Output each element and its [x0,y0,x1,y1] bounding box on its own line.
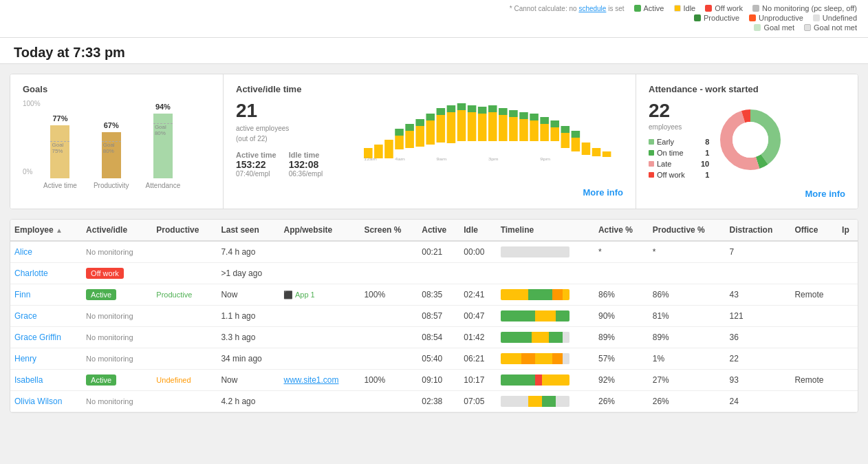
svg-rect-13 [447,112,456,143]
legend-row-3: Goal met Goal not met [754,23,857,32]
cell-active-pct: 26% [594,391,649,412]
cell-ip [838,241,858,263]
cell-office [790,241,838,263]
active-idle-more-row: More info [236,182,623,198]
cell-active-time: 02:38 [417,391,459,412]
schedule-link[interactable]: schedule [578,5,606,12]
cell-employee: Charlotte [10,263,82,284]
cell-last-seen: Now [217,284,279,306]
timeline-segment [501,396,528,407]
col-active: Active [417,220,459,241]
goal-not-met-dot [804,24,811,31]
cell-productive [152,263,217,284]
active-idle-more-info[interactable]: More info [583,187,624,198]
cell-app: ⬛ App 1 [279,284,360,306]
cell-ip [838,284,858,306]
employee-link[interactable]: Olivia Wilson [14,397,62,406]
bar-pct-active: 77% [52,114,67,123]
svg-rect-36 [561,126,570,133]
timeline-segment [521,353,535,364]
col-productive-pct: Productive % [649,220,726,241]
table-row: Olivia WilsonNo monitoring4.2 h ago02:38… [10,391,858,412]
cell-idle-time: 00:00 [459,241,496,263]
cell-productive [152,306,217,327]
cell-active-time: 09:10 [417,370,459,391]
off-work-dot [705,5,712,12]
table-section: Employee ▲ Active/idle Productive Last s… [10,219,858,413]
svg-rect-6 [405,124,414,131]
app-link[interactable]: ⬛ App 1 [283,291,314,299]
cell-office [790,327,838,348]
active-time-label: Active time [236,151,276,159]
svg-rect-33 [550,127,559,141]
employee-link[interactable]: Finn [14,290,30,299]
productive-dot [694,14,701,21]
cell-idle-time: 02:41 [459,284,496,306]
employee-link[interactable]: Charlotte [14,268,48,278]
bar-active-time: 77% Goal 75% Active time [43,109,77,189]
cell-distraction: 7 [726,241,791,263]
bar-productivity: 67% Goal 80% Productivity [94,109,129,189]
cell-active-idle: No monitoring [82,391,152,412]
svg-rect-16 [457,103,466,110]
goal-label-prod: Goal 80% [103,142,121,154]
cell-app [279,241,360,263]
attendance-label: employees [649,123,709,131]
attendance-more-row: More info [649,183,845,199]
cell-last-seen: 3.3 h ago [217,327,279,348]
employee-link[interactable]: Grace Griffin [14,333,61,342]
svg-rect-34 [550,120,559,127]
svg-rect-41 [603,151,611,157]
cell-distraction: 22 [726,348,791,370]
cell-employee: Alice [10,241,82,263]
svg-rect-23 [499,115,508,141]
col-ip: Ip [838,220,858,241]
legend-goal-met: Goal met [754,23,794,32]
legend-undefined: Undefined [813,14,857,22]
employee-link[interactable]: Isabella [14,375,43,385]
cell-timeline [497,391,594,412]
cell-active-pct: 57% [594,348,649,370]
cell-office: Remote [790,284,838,306]
legend-active: Active [634,4,664,12]
cell-active-time: 00:21 [417,241,459,263]
cell-employee: Isabella [10,370,82,391]
cell-productive: Undefined [152,370,217,391]
svg-rect-32 [540,117,549,124]
timeline-bar [501,375,569,386]
employee-link[interactable]: Henry [14,354,36,363]
cannot-calc-text: * Cannot calculate: no schedule is set [510,5,625,12]
cell-screen [360,306,417,327]
table-row: Grace GriffinNo monitoring3.3 h ago08:54… [10,327,858,348]
attendance-card: Attendance - work started 22 employees E… [636,74,858,209]
cell-active-time: 08:54 [417,327,459,348]
svg-rect-14 [447,105,456,112]
att-off-work: Off work 1 [649,171,709,179]
legend-row-1: * Cannot calculate: no schedule is set A… [510,4,857,12]
employees-table: Employee ▲ Active/idle Productive Last s… [10,220,858,412]
goal-label-active: Goal 75% [52,142,69,154]
cell-active-idle: Active [82,370,152,391]
cell-productive-pct: 89% [649,327,726,348]
attendance-more-info[interactable]: More info [805,189,846,199]
timeline-segment [542,375,569,386]
cell-distraction: 43 [726,284,791,306]
cell-app [279,263,360,284]
svg-rect-31 [540,124,549,141]
col-distraction: Distraction [726,220,791,241]
no-monitoring-dot [752,5,759,12]
sort-arrow-employee[interactable]: ▲ [56,226,63,234]
legend-off-work: Off work [705,4,743,12]
site-link[interactable]: www.site1.com [283,375,338,385]
cell-active-idle: Active [82,284,152,306]
svg-rect-20 [478,107,487,114]
cell-app: www.site1.com [279,370,360,391]
svg-text:9pm: 9pm [540,157,550,162]
employee-link[interactable]: Alice [14,247,32,257]
cell-active-pct: 92% [594,370,649,391]
svg-rect-22 [488,105,497,112]
employee-link[interactable]: Grace [14,311,37,321]
cell-idle-time: 07:05 [459,391,496,412]
svg-rect-11 [437,115,446,143]
active-idle-title: Active/idle time [236,84,623,94]
